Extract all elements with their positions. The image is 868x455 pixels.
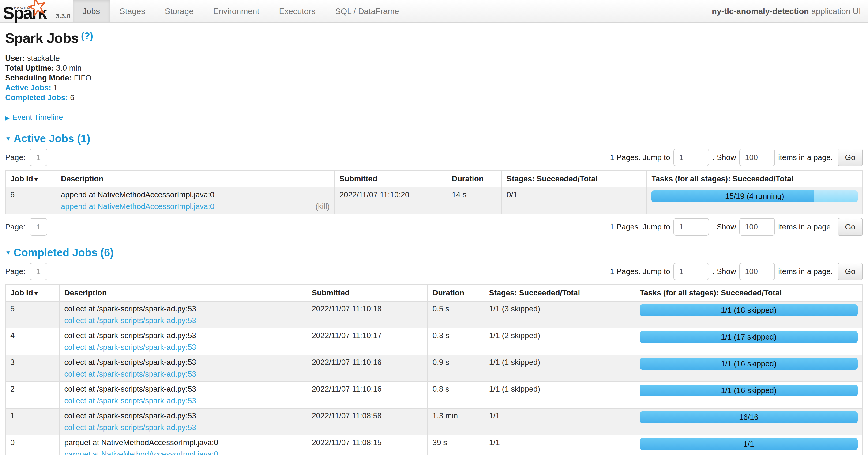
application-title: ny-tlc-anomaly-detection application UI: [712, 0, 868, 22]
tab-storage[interactable]: Storage: [155, 0, 204, 22]
progress-label: 16/16: [640, 411, 858, 423]
go-button[interactable]: Go: [838, 218, 863, 236]
page-number-input[interactable]: [30, 149, 48, 166]
job-id-value: 4: [10, 331, 54, 340]
job-id-value: 6: [10, 190, 51, 200]
user-label: User:: [5, 54, 25, 62]
column-header-duration[interactable]: Duration: [428, 284, 484, 301]
active-jobs-header-row: Job Id▾ Description Submitted Duration S…: [5, 170, 863, 187]
help-link[interactable]: (?): [81, 30, 93, 41]
summary-active-jobs: Active Jobs: 1: [5, 83, 863, 93]
duration-cell: 1.3 min: [428, 408, 484, 435]
job-description: append at NativeMethodAccessorImpl.java:…: [61, 190, 330, 200]
submitted-cell: 2022/11/07 11:08:15: [307, 435, 428, 455]
job-id-header-label: Job Id: [10, 174, 33, 183]
table-row: 0 parquet at NativeMethodAccessorImpl.ja…: [5, 435, 863, 455]
column-header-duration[interactable]: Duration: [447, 170, 502, 187]
duration-value: 0.5 s: [432, 304, 479, 314]
tab-executors[interactable]: Executors: [269, 0, 326, 22]
active-jobs-section-header[interactable]: ▼Active Jobs (1): [5, 132, 863, 145]
tasks-cell: 15/19 (4 running): [647, 187, 863, 214]
kill-link[interactable]: (kill): [315, 202, 330, 211]
completed-jobs-section-header[interactable]: ▼Completed Jobs (6): [5, 246, 863, 259]
application-name: ny-tlc-anomaly-detection: [712, 6, 809, 16]
stages-cell: 1/1 (2 skipped): [484, 328, 635, 355]
go-button[interactable]: Go: [838, 263, 863, 280]
stages-value: 1/1: [489, 438, 630, 448]
tasks-progress-bar: 1/1 (18 skipped): [640, 304, 858, 316]
job-description-link[interactable]: collect at /spark-scripts/spark-ad.py:53: [64, 423, 196, 432]
jump-to-page-input[interactable]: [674, 263, 709, 280]
column-header-description[interactable]: Description: [56, 170, 335, 187]
page-label: Page:: [5, 267, 25, 276]
stages-cell: 1/1 (1 skipped): [484, 355, 635, 381]
items-in-page-text: items in a page.: [778, 223, 833, 231]
scheduling-mode-value: FIFO: [74, 74, 91, 82]
page-number-input[interactable]: [30, 218, 48, 236]
uptime-label: Total Uptime:: [5, 64, 54, 72]
active-jobs-pagination-top: Page: 1 Pages. Jump to . Show items in a…: [5, 148, 863, 166]
duration-value: 0.3 s: [432, 331, 479, 340]
jump-to-page-input[interactable]: [674, 149, 709, 166]
job-description-link[interactable]: collect at /spark-scripts/spark-ad.py:53: [64, 396, 196, 406]
tab-environment[interactable]: Environment: [204, 0, 269, 22]
submitted-cell: 2022/11/07 11:10:17: [307, 328, 428, 355]
items-per-page-input[interactable]: [739, 263, 775, 280]
description-cell: collect at /spark-scripts/spark-ad.py:53…: [59, 355, 307, 381]
description-cell: collect at /spark-scripts/spark-ad.py:53…: [59, 328, 307, 355]
duration-cell: 0.9 s: [428, 355, 484, 381]
page-content: Spark Jobs(?) User: stackable Total Upti…: [0, 31, 868, 455]
column-header-stages[interactable]: Stages: Succeeded/Total: [484, 284, 635, 301]
description-cell: collect at /spark-scripts/spark-ad.py:53…: [59, 381, 307, 408]
items-per-page-input[interactable]: [739, 149, 775, 166]
table-row: 1 collect at /spark-scripts/spark-ad.py:…: [5, 408, 863, 435]
job-id-value: 2: [10, 384, 54, 394]
column-header-tasks[interactable]: Tasks (for all stages): Succeeded/Total: [635, 284, 863, 301]
column-header-submitted[interactable]: Submitted: [335, 170, 447, 187]
expanded-triangle-icon: ▼: [5, 135, 11, 142]
summary-list: User: stackable Total Uptime: 3.0 min Sc…: [5, 53, 863, 103]
summary-scheduling-mode: Scheduling Mode: FIFO: [5, 73, 863, 83]
submitted-cell: 2022/11/07 11:10:16: [307, 355, 428, 381]
job-description-link[interactable]: append at NativeMethodAccessorImpl.java:…: [61, 202, 215, 211]
completed-jobs-link[interactable]: Completed Jobs:: [5, 93, 68, 102]
tasks-progress-bar: 1/1 (16 skipped): [640, 385, 858, 396]
column-header-job-id[interactable]: Job Id▾: [5, 170, 56, 187]
nav-tabs: Jobs Stages Storage Environment Executor…: [73, 0, 409, 22]
job-description-link[interactable]: collect at /spark-scripts/spark-ad.py:53: [64, 342, 196, 352]
column-header-tasks[interactable]: Tasks (for all stages): Succeeded/Total: [647, 170, 863, 187]
progress-label: 1/1: [640, 438, 858, 450]
column-header-submitted[interactable]: Submitted: [307, 284, 428, 301]
column-header-description[interactable]: Description: [59, 284, 307, 301]
job-id-cell: 6: [5, 187, 56, 214]
go-button[interactable]: Go: [838, 148, 863, 166]
column-header-stages[interactable]: Stages: Succeeded/Total: [502, 170, 647, 187]
table-row: 3 collect at /spark-scripts/spark-ad.py:…: [5, 355, 863, 381]
submitted-value: 2022/11/07 11:10:20: [339, 190, 442, 200]
pages-jump-text: 1 Pages. Jump to: [610, 153, 670, 162]
job-description-link[interactable]: collect at /spark-scripts/spark-ad.py:53: [64, 316, 196, 325]
stages-value: 1/1 (3 skipped): [489, 304, 630, 314]
description-cell: collect at /spark-scripts/spark-ad.py:53…: [59, 301, 307, 328]
tab-sql-dataframe[interactable]: SQL / DataFrame: [326, 0, 409, 22]
tab-stages[interactable]: Stages: [110, 0, 155, 22]
jump-to-page-input[interactable]: [674, 218, 709, 236]
tasks-progress-bar: 1/1 (17 skipped): [640, 331, 858, 343]
progress-label: 1/1 (17 skipped): [640, 331, 858, 343]
submitted-value: 2022/11/07 11:10:16: [312, 358, 423, 367]
job-description-link[interactable]: parquet at NativeMethodAccessorImpl.java…: [64, 449, 218, 455]
show-text: . Show: [712, 223, 736, 231]
page-number-input[interactable]: [30, 263, 48, 280]
table-row: 6 append at NativeMethodAccessorImpl.jav…: [5, 187, 863, 214]
job-description-link[interactable]: collect at /spark-scripts/spark-ad.py:53: [64, 369, 196, 379]
job-id-value: 1: [10, 411, 54, 421]
tab-jobs[interactable]: Jobs: [73, 0, 110, 22]
active-jobs-link[interactable]: Active Jobs:: [5, 83, 51, 92]
items-per-page-input[interactable]: [739, 218, 775, 236]
completed-jobs-section-title: Completed Jobs (6): [13, 247, 114, 259]
expanded-triangle-icon: ▼: [5, 249, 11, 256]
job-id-cell: 3: [5, 355, 59, 381]
column-header-job-id[interactable]: Job Id▾: [5, 284, 59, 301]
event-timeline-toggle[interactable]: ▶Event Timeline: [5, 113, 863, 122]
duration-cell: 0.3 s: [428, 328, 484, 355]
